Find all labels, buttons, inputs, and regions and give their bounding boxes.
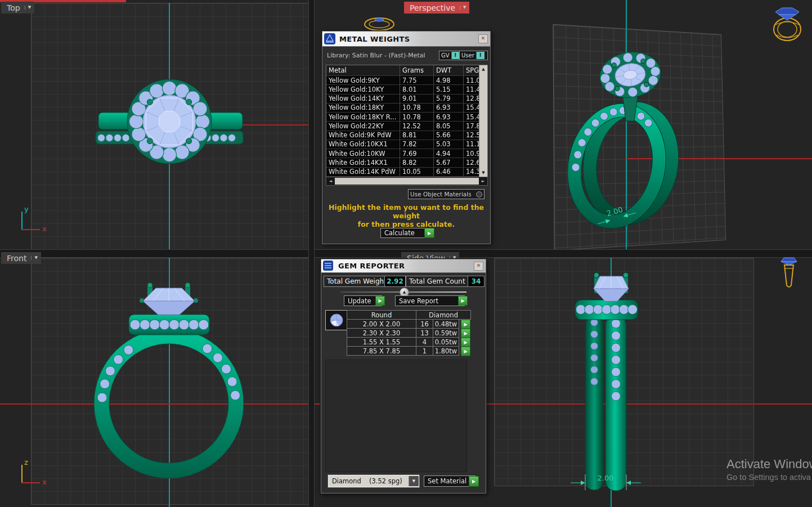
ring-side-icon[interactable]: [778, 256, 800, 291]
viewport-label-front[interactable]: Front ▼: [1, 252, 41, 264]
cell-dwt: 4.98: [434, 76, 464, 84]
z-axis-icon: [21, 465, 23, 482]
cell-dwt: 6.46: [434, 168, 464, 176]
table-row[interactable]: Yellow Gold:14KY 9.01 5.79 12.88: [326, 95, 479, 104]
metal-weights-titlebar[interactable]: METAL WEIGHTS ✕: [322, 32, 490, 47]
total-gem-weight-label: Total Gem Weight: [324, 276, 387, 287]
cell-dwt: 6.93: [434, 113, 464, 121]
scrollbar-thumb[interactable]: [335, 178, 479, 185]
gem-total-weight: 1.80tw: [433, 346, 459, 356]
x-axis-icon: [21, 482, 40, 483]
axis-label-x: x: [42, 478, 47, 486]
table-row[interactable]: White Gold:9K PdW 8.81 5.66 12.59: [326, 131, 479, 140]
close-icon[interactable]: ✕: [474, 262, 483, 271]
material-dropdown-value: Diamond: [332, 477, 361, 485]
axis-indicator-top: y x: [17, 207, 48, 234]
gem-shape-thumbnail[interactable]: [325, 310, 348, 330]
instruction-line2: for then press calculate.: [322, 220, 490, 228]
instruction-line1: Highlight the item you want to find the …: [322, 203, 490, 220]
update-go-icon[interactable]: ▶: [375, 296, 385, 306]
cell-spg: 15.41: [464, 113, 479, 121]
cell-grams: 8.82: [400, 158, 434, 167]
column-header-dwt: DWT: [434, 65, 464, 75]
table-row[interactable]: White Gold:10KW 7.69 4.94 10.99: [326, 149, 479, 158]
gv-toggle[interactable]: GV I: [439, 51, 460, 60]
save-report-button[interactable]: Save Report: [395, 295, 465, 306]
column-header-spg: SPG: [464, 65, 479, 75]
cell-dwt: 5.15: [434, 85, 464, 93]
gem-total-weight: 0.05tw: [433, 337, 459, 347]
total-gem-count-label: Total Gem Count: [406, 276, 470, 287]
cell-dwt: 4.94: [434, 149, 464, 158]
cell-metal: Yellow Gold:18KY: [326, 104, 400, 112]
metal-weights-icon: [324, 33, 335, 44]
material-dropdown[interactable]: Diamond (3.52 spg) ▼: [328, 475, 419, 487]
cell-dwt: 8.05: [434, 122, 464, 130]
table-row[interactable]: Yellow Gold:9KY 7.75 4.98 11.08: [326, 76, 479, 85]
activate-windows-watermark-sub: Go to Settings to activa: [726, 473, 811, 482]
table-row[interactable]: White Gold:14KX1 8.82 5.67 12.61: [326, 158, 479, 167]
scroll-left-icon[interactable]: ◄: [326, 179, 335, 183]
set-material-button[interactable]: Set Material: [424, 475, 475, 487]
cell-metal: White Gold:10KX1: [326, 140, 400, 149]
gem-row-go-icon[interactable]: ▶: [461, 329, 470, 338]
radio-icon[interactable]: [476, 191, 482, 198]
chevron-down-icon[interactable]: ▼: [25, 6, 31, 10]
chevron-down-icon[interactable]: ▼: [409, 476, 419, 486]
viewport-label-perspective[interactable]: Perspective ▼: [404, 2, 469, 14]
table-row[interactable]: White Gold:14K PdW 10.05 6.46 14.37: [326, 168, 479, 177]
use-object-materials-button[interactable]: Use Object Materials: [408, 189, 484, 199]
gem-reporter-titlebar[interactable]: GEM REPORTER ✕: [321, 259, 486, 273]
material-dropdown-spg: (3.52 spg): [369, 477, 402, 485]
cell-metal: Yellow Gold:18KY R...: [326, 113, 400, 121]
vertical-scrollbar[interactable]: ▲ ▼: [479, 65, 487, 177]
set-material-go-icon[interactable]: ▶: [469, 476, 479, 487]
library-label: Library: Satin Blur - (Fast)-Metal: [327, 52, 425, 59]
gem-size[interactable]: 7.85 X 7.85: [347, 346, 416, 356]
cell-metal: White Gold:10KW: [326, 149, 400, 158]
scroll-up-icon[interactable]: ▲: [479, 65, 487, 73]
gem-size[interactable]: 2.00 X 2.00: [347, 319, 416, 329]
column-header-grams: Grams: [400, 65, 434, 75]
save-report-go-icon[interactable]: ▶: [458, 296, 468, 306]
viewport-label-top[interactable]: Top ▼: [1, 2, 34, 14]
viewport-label-perspective-text: Perspective: [410, 3, 455, 12]
cell-spg: 12.61: [464, 158, 479, 167]
viewport-divider-vertical[interactable]: [308, 0, 315, 507]
scroll-right-icon[interactable]: ►: [479, 179, 487, 183]
gem-row-go-icon[interactable]: ▶: [461, 320, 470, 329]
ring-perspective-icon[interactable]: [771, 6, 804, 42]
user-toggle[interactable]: User I: [459, 51, 488, 60]
gem-size[interactable]: 2.30 X 2.30: [347, 328, 416, 338]
cell-dwt: 5.79: [434, 95, 464, 103]
chevron-down-icon[interactable]: ▼: [460, 6, 466, 10]
cell-grams: 7.69: [400, 149, 434, 158]
cell-metal: Yellow Gold:14KY: [326, 95, 400, 103]
scrollbar-track[interactable]: [479, 73, 487, 169]
table-row[interactable]: Yellow Gold:22KY 12.52 8.05 17.89: [326, 122, 479, 131]
chevron-down-icon[interactable]: ▼: [31, 256, 37, 260]
ring-top-icon[interactable]: [363, 15, 396, 32]
gem-count: 1: [416, 346, 433, 356]
table-row[interactable]: Yellow Gold:10KY 8.01 5.15 11.45: [326, 85, 479, 94]
round-gem-icon: [328, 313, 345, 327]
gem-total-weight: 0.59tw: [433, 328, 459, 338]
cell-spg: 17.89: [464, 122, 479, 130]
cell-grams: 12.52: [400, 122, 434, 130]
cad-workspace: 2.00: [0, 0, 812, 507]
scroll-down-icon[interactable]: ▼: [479, 169, 487, 177]
gem-size[interactable]: 1.55 X 1.55: [347, 337, 416, 347]
update-label: Update: [348, 297, 371, 305]
close-icon[interactable]: ✕: [478, 34, 488, 43]
ring-perspective-view: 2.00: [557, 48, 688, 238]
gem-row-go-icon[interactable]: ▶: [461, 347, 470, 356]
horizontal-scrollbar[interactable]: ◄ ►: [326, 177, 488, 186]
table-row[interactable]: Yellow Gold:18KY 10.78 6.93 15.41: [326, 104, 479, 113]
cell-spg: 11.45: [464, 85, 479, 93]
cell-dwt: 5.67: [434, 158, 464, 167]
gem-row-go-icon[interactable]: ▶: [461, 338, 470, 347]
calculate-go-icon[interactable]: ▶: [424, 228, 434, 238]
table-row[interactable]: Yellow Gold:18KY R... 10.78 6.93 15.41: [326, 113, 479, 122]
cell-grams: 9.01: [400, 95, 434, 103]
table-row[interactable]: White Gold:10KX1 7.82 5.03 11.18: [326, 140, 479, 149]
